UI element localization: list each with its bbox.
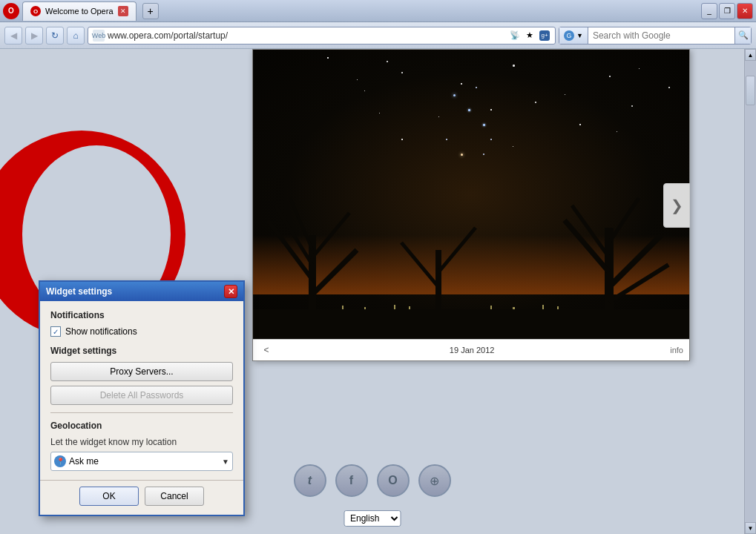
- back-button[interactable]: ◀: [4, 27, 22, 44]
- dialog-body: Notifications Show notifications Widget …: [40, 301, 243, 480]
- dialog-close-button[interactable]: ✕: [224, 285, 237, 298]
- geolocation-section-title: Geolocation: [50, 421, 233, 431]
- title-bar: O O Welcome to Opera ✕ + _ ❐ ✕: [0, 0, 756, 22]
- address-input[interactable]: [108, 30, 506, 41]
- geolocation-option: Ask me: [69, 456, 219, 467]
- proxy-servers-button[interactable]: Proxy Servers...: [50, 362, 233, 381]
- close-button[interactable]: ✕: [737, 3, 753, 19]
- home-button[interactable]: ⌂: [67, 27, 85, 44]
- bookmark-icon[interactable]: ★: [524, 30, 536, 42]
- dialog-divider: [50, 412, 233, 413]
- ok-button[interactable]: OK: [79, 487, 139, 506]
- tab-label: Welcome to Opera: [45, 7, 114, 16]
- cancel-button[interactable]: Cancel: [145, 487, 204, 506]
- search-input[interactable]: [588, 30, 734, 41]
- dialog-overlay: Widget settings ✕ Notifications Show not…: [0, 49, 756, 534]
- show-notifications-row: Show notifications: [50, 326, 233, 337]
- geolocation-dropdown-arrow: ▼: [222, 458, 229, 466]
- delete-passwords-button[interactable]: Delete All Passwords: [50, 386, 233, 405]
- opera-logo-icon[interactable]: O: [3, 3, 19, 19]
- geolocation-dropdown[interactable]: 📍 Ask me ▼: [50, 452, 233, 471]
- dropdown-arrow-icon: ▼: [576, 32, 583, 39]
- address-bar[interactable]: Web 📡 ★ g+: [88, 27, 556, 44]
- geolocation-desc: Let the widget know my location: [50, 437, 233, 447]
- tab-close-button[interactable]: ✕: [118, 6, 128, 16]
- notifications-section-title: Notifications: [50, 310, 233, 320]
- show-notifications-label: Show notifications: [65, 326, 137, 337]
- window-controls: _ ❐ ✕: [701, 3, 753, 19]
- active-tab[interactable]: O Welcome to Opera ✕: [22, 1, 137, 21]
- dialog-titlebar: Widget settings ✕: [40, 282, 243, 301]
- geolocation-section: Geolocation Let the widget know my locat…: [50, 421, 233, 471]
- search-engine-selector[interactable]: G ▼: [559, 27, 588, 44]
- search-bar[interactable]: G ▼ 🔍: [559, 27, 752, 44]
- web-icon: Web: [93, 30, 105, 42]
- content-area: < 19 Jan 2012 info ❯ t f O ⊕ English: [0, 49, 756, 534]
- forward-button[interactable]: ▶: [25, 27, 43, 44]
- widget-settings-dialog: Widget settings ✕ Notifications Show not…: [39, 280, 245, 516]
- show-notifications-checkbox[interactable]: [50, 326, 61, 337]
- tab-favicon-icon: O: [30, 6, 41, 16]
- minimize-button[interactable]: _: [701, 3, 717, 19]
- dialog-footer: OK Cancel: [40, 480, 243, 515]
- reload-button[interactable]: ↻: [46, 27, 64, 44]
- new-tab-button[interactable]: +: [142, 3, 159, 19]
- restore-button[interactable]: ❐: [719, 3, 735, 19]
- widget-settings-section-title: Widget settings: [50, 346, 233, 356]
- google-plus-icon[interactable]: g+: [539, 30, 550, 42]
- tab-bar-area: O O Welcome to Opera ✕ +: [3, 1, 159, 21]
- rss-icon[interactable]: 📡: [509, 30, 521, 42]
- google-logo-icon: G: [564, 30, 574, 41]
- search-go-button[interactable]: 🔍: [734, 27, 751, 44]
- navigation-bar: ◀ ▶ ↻ ⌂ Web 📡 ★ g+ G ▼ 🔍: [0, 22, 756, 49]
- web-label: Web: [92, 32, 105, 39]
- geolocation-icon: 📍: [54, 455, 66, 467]
- dialog-title: Widget settings: [46, 286, 224, 297]
